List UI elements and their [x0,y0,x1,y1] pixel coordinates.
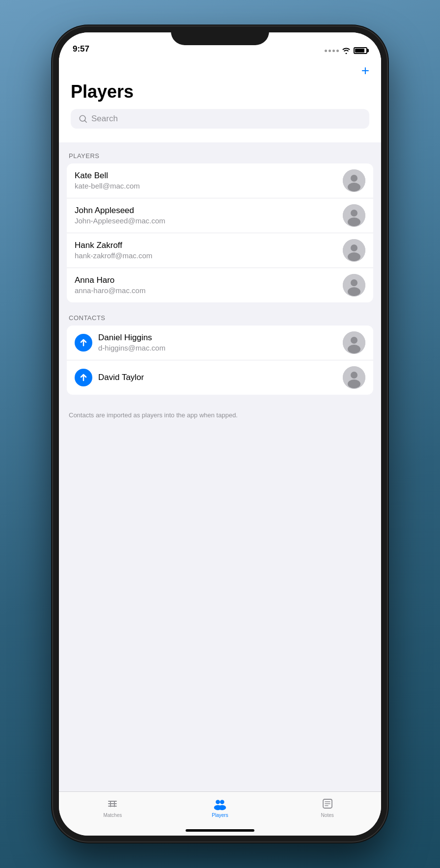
player-kate-bell-avatar [343,169,365,192]
search-icon [79,114,87,123]
players-list-card: Kate Bell kate-bell@mac.com [67,163,373,302]
player-kate-bell-text: Kate Bell kate-bell@mac.com [75,170,337,191]
contacts-section-label: CONTACTS [67,314,373,322]
svg-point-15 [351,337,358,344]
svg-point-26 [220,800,224,804]
tab-bar: Matches Players [59,791,381,836]
wifi-icon [342,47,351,54]
search-bar[interactable]: Search [71,109,369,129]
svg-point-19 [348,380,360,388]
svg-point-13 [348,287,360,296]
player-item-anna[interactable]: Anna Haro anna-haro@mac.com [67,268,373,302]
contact-david-name: David Taylor [98,372,337,383]
tab-players[interactable]: Players [166,797,274,818]
contact-item-daniel[interactable]: Daniel Higgins d-higgins@mac.com [67,326,373,360]
players-tab-icon [213,797,227,811]
contact-daniel-name: Daniel Higgins [98,332,337,343]
svg-point-6 [351,210,358,217]
player-hank-name: Hank Zakroff [75,240,337,251]
status-icons [325,47,367,54]
tab-notes[interactable]: Notes [274,797,381,818]
player-hank-text: Hank Zakroff hank-zakroff@mac.com [75,240,337,261]
page-title: Players [71,81,369,102]
player-anna-avatar [343,274,365,297]
player-anna-text: Anna Haro anna-haro@mac.com [75,275,337,296]
contacts-note: Contacts are imported as players into th… [67,407,373,428]
home-indicator [186,829,254,832]
player-anna-email: anna-haro@mac.com [75,286,337,296]
svg-point-10 [348,252,360,261]
player-john-text: John Appleseed John-Appleseed@mac.com [75,205,337,226]
contact-david-text: David Taylor [98,372,337,383]
player-hank-avatar [343,239,365,262]
svg-line-1 [84,120,86,122]
tab-matches-label: Matches [103,813,122,818]
svg-point-9 [351,244,358,251]
player-john-avatar [343,204,365,227]
svg-point-12 [351,279,358,286]
phone-frame: 9:57 [53,27,387,841]
add-button[interactable]: + [361,64,369,78]
player-john-email: John-Appleseed@mac.com [75,216,337,226]
header: + Players Search [59,58,381,142]
tab-players-label: Players [212,813,228,818]
tab-notes-label: Notes [321,813,334,818]
notes-tab-icon [321,797,334,811]
contact-daniel-text: Daniel Higgins d-higgins@mac.com [98,332,337,353]
svg-point-16 [348,345,360,353]
player-kate-bell-email: kate-bell@mac.com [75,181,337,191]
header-top: + [71,62,369,81]
player-anna-name: Anna Haro [75,275,337,286]
svg-point-28 [219,805,226,811]
player-kate-bell-name: Kate Bell [75,170,337,181]
status-time: 9:57 [73,44,89,54]
matches-tab-icon [106,797,119,811]
search-placeholder: Search [91,114,118,124]
player-hank-email: hank-zakroff@mac.com [75,251,337,261]
svg-point-25 [216,800,220,804]
svg-point-3 [351,175,358,182]
phone-screen: 9:57 [59,32,381,836]
player-john-name: John Appleseed [75,205,337,216]
battery-icon [354,47,367,54]
contact-david-badge [75,369,92,386]
player-item-john-appleseed[interactable]: John Appleseed John-Appleseed@mac.com [67,198,373,233]
contact-daniel-email: d-higgins@mac.com [98,343,337,353]
contacts-list-card: Daniel Higgins d-higgins@mac.com [67,326,373,395]
player-item-hank[interactable]: Hank Zakroff hank-zakroff@mac.com [67,233,373,268]
signal-dots-icon [325,50,339,52]
player-item-kate-bell[interactable]: Kate Bell kate-bell@mac.com [67,163,373,198]
tab-matches[interactable]: Matches [59,797,166,818]
section-area: PLAYERS Kate Bell kate-bell@mac.com [59,142,381,791]
players-section-label: PLAYERS [67,152,373,160]
main-content: + Players Search PLAYERS [59,58,381,791]
svg-point-18 [351,372,358,379]
contact-david-avatar [343,366,365,389]
svg-point-7 [348,217,360,226]
svg-point-4 [348,183,360,191]
contact-daniel-badge [75,334,92,352]
contact-item-david[interactable]: David Taylor [67,360,373,395]
notch [171,27,269,45]
contact-daniel-avatar [343,331,365,354]
